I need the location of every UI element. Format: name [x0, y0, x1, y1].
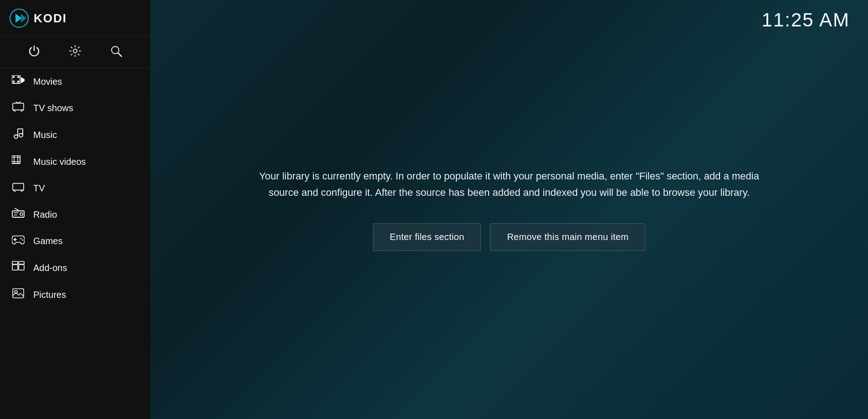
svg-point-37 — [20, 238, 22, 240]
sidebar-item-radio[interactable]: Radio — [0, 201, 150, 228]
music-videos-label: Music videos — [33, 157, 86, 167]
movies-label: Movies — [33, 77, 62, 87]
tv-icon — [11, 182, 25, 194]
kodi-logo: KODI — [9, 8, 67, 28]
svg-point-31 — [20, 213, 23, 215]
svg-rect-41 — [12, 261, 18, 264]
music-icon — [11, 128, 25, 142]
svg-rect-27 — [13, 184, 24, 190]
music-videos-icon — [11, 155, 25, 168]
power-icon[interactable] — [28, 45, 40, 60]
center-content: Your library is currently empty. In orde… — [150, 0, 868, 419]
sidebar-item-add-ons[interactable]: Add-ons — [0, 254, 150, 281]
svg-rect-30 — [12, 211, 24, 217]
sidebar-nav: Movies TV shows — [0, 68, 150, 419]
sidebar-item-movies[interactable]: Movies — [0, 68, 150, 95]
games-icon — [11, 235, 25, 247]
library-empty-message: Your library is currently empty. In orde… — [259, 168, 760, 200]
svg-rect-12 — [13, 103, 24, 110]
remove-menu-item-button[interactable]: Remove this main menu item — [490, 223, 645, 251]
sidebar-toolbar — [0, 37, 150, 68]
radio-label: Radio — [33, 210, 57, 220]
svg-rect-42 — [19, 261, 24, 264]
sidebar-item-music[interactable]: Music — [0, 121, 150, 148]
add-ons-icon — [11, 261, 25, 275]
svg-rect-7 — [13, 76, 15, 78]
svg-line-5 — [118, 53, 122, 56]
svg-rect-22 — [12, 155, 20, 164]
kodi-logo-icon — [9, 8, 29, 28]
svg-rect-39 — [12, 265, 18, 270]
tv-shows-icon — [11, 102, 25, 114]
add-ons-label: Add-ons — [33, 263, 67, 273]
time-display: 11:25 AM — [762, 9, 850, 31]
svg-rect-10 — [17, 81, 19, 82]
svg-point-38 — [22, 240, 24, 241]
svg-rect-8 — [17, 76, 19, 78]
enter-files-section-button[interactable]: Enter files section — [373, 223, 481, 251]
svg-rect-40 — [19, 265, 24, 270]
sidebar-item-music-videos[interactable]: Music videos — [0, 148, 150, 175]
svg-marker-1 — [15, 14, 22, 23]
tv-shows-label: TV shows — [33, 103, 73, 113]
svg-point-17 — [14, 135, 18, 138]
kodi-logo-text: KODI — [34, 11, 67, 26]
svg-rect-43 — [13, 289, 24, 298]
svg-point-18 — [19, 133, 23, 137]
radio-icon — [11, 208, 25, 221]
svg-point-3 — [73, 49, 77, 53]
action-buttons: Enter files section Remove this main men… — [373, 223, 645, 251]
sidebar-item-games[interactable]: Games — [0, 228, 150, 254]
svg-marker-11 — [21, 77, 25, 83]
settings-icon[interactable] — [69, 45, 81, 60]
app-logo-area: KODI — [0, 0, 150, 37]
sidebar-item-tv[interactable]: TV — [0, 175, 150, 201]
main-content: 11:25 AM Your library is currently empty… — [150, 0, 868, 419]
sidebar-item-pictures[interactable]: Pictures — [0, 281, 150, 308]
pictures-icon — [11, 288, 25, 301]
svg-marker-2 — [21, 14, 26, 23]
pictures-label: Pictures — [33, 290, 66, 300]
tv-label: TV — [33, 183, 45, 194]
sidebar: KODI — [0, 0, 150, 419]
sidebar-item-tv-shows[interactable]: TV shows — [0, 95, 150, 121]
svg-rect-9 — [13, 81, 15, 82]
movies-icon — [11, 75, 25, 88]
games-label: Games — [33, 236, 62, 246]
music-label: Music — [33, 130, 57, 140]
search-icon[interactable] — [110, 45, 122, 60]
